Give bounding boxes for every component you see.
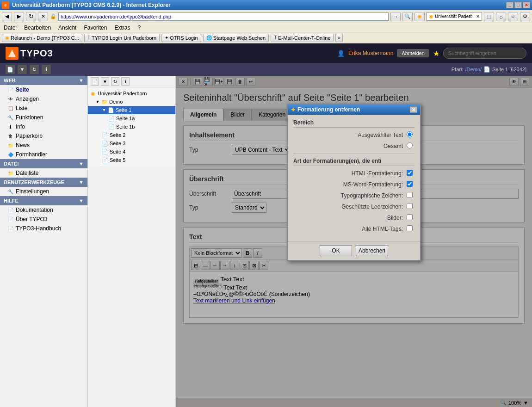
back-btn[interactable]: ◀ xyxy=(2,12,12,21)
window-title: Universität Paderborn [TYPO3 CMS 6.2.9] … xyxy=(12,2,506,8)
title-bar: e Universität Paderborn [TYPO3 CMS 6.2.9… xyxy=(0,0,532,10)
seite1-arrow: ▼ xyxy=(102,108,106,112)
go-btn[interactable]: → xyxy=(390,12,401,21)
bookmark-1[interactable]: T TYPO3 Login Uni Paderborn xyxy=(84,34,160,42)
sidebar-item-liste[interactable]: 📋 Liste xyxy=(0,104,87,113)
tree-item-seite1[interactable]: ▼ 📄 Seite 1 xyxy=(88,106,175,114)
user-area: 👤 Erika Mustermann Abmelden ★ xyxy=(337,48,526,59)
forward-btn[interactable]: ▶ xyxy=(14,12,24,21)
favorites-btn[interactable]: ☆ xyxy=(508,12,518,21)
close-btn[interactable]: ✕ xyxy=(523,2,530,8)
tree-item-demo[interactable]: ▼ 📁 Demo xyxy=(88,98,175,106)
ie-icon: e xyxy=(2,1,9,9)
menu-bearbeiten[interactable]: Bearbeiten xyxy=(22,25,53,31)
checkbox-geschuetzt[interactable] xyxy=(407,203,413,209)
address-bar: ◀ ▶ ↻ ✕ 🔒 → 🔍 ◉ ◉ Universität Paderborn … xyxy=(0,10,532,23)
checkbox-allhtml[interactable] xyxy=(407,225,413,231)
sidebar-item-funktionen[interactable]: 🔧 Funktionen xyxy=(0,113,87,122)
bookmark-2[interactable]: ✦ OTRS Login xyxy=(161,34,201,42)
bookmarks-more[interactable]: » xyxy=(335,34,343,42)
restore-btn[interactable]: □ xyxy=(514,2,522,8)
checkbox-html[interactable] xyxy=(407,170,413,176)
menu-help[interactable]: ? xyxy=(136,25,142,31)
web-section-toggle[interactable]: ▼ xyxy=(79,78,84,83)
dialog-title-bar: ✦ Formatierung entfernen ✕ xyxy=(288,105,420,115)
sidebar-item-anzeigen[interactable]: 👁 Anzeigen xyxy=(0,94,87,104)
typo3-search-input[interactable] xyxy=(443,48,526,59)
stop-btn[interactable]: ✕ xyxy=(38,12,48,21)
search-btn[interactable]: 🔍 xyxy=(402,12,413,21)
menu-favoriten[interactable]: Favoriten xyxy=(82,25,109,31)
sidebar-item-handbuch[interactable]: 📄 TYPO3-Handbuch xyxy=(0,224,87,233)
hilfe-section-toggle[interactable]: ▼ xyxy=(79,198,84,204)
tree-filter-btn[interactable]: ▼ xyxy=(101,77,109,86)
new-page-icon[interactable]: 📄 xyxy=(6,65,15,74)
tree-root[interactable]: ◉ Universität Paderborn xyxy=(88,89,175,98)
menu-datei[interactable]: Datei xyxy=(2,25,19,31)
datei-section-header: DATEI ▼ xyxy=(0,159,87,168)
minimize-btn[interactable]: _ xyxy=(506,2,513,8)
checkbox-bilder[interactable] xyxy=(407,214,413,220)
refresh-icon[interactable]: ↻ xyxy=(30,65,39,74)
tree-refresh-btn[interactable]: ↻ xyxy=(111,77,119,86)
dialog-cancel-btn[interactable]: Abbrechen xyxy=(356,245,388,256)
filter-icon[interactable]: ▼ xyxy=(18,65,27,74)
sidebar-item-einstellungen[interactable]: 🔧 Einstellungen xyxy=(0,187,87,196)
sidebar-item-doku[interactable]: 📄 Dokumentation xyxy=(0,205,87,215)
dialog-typo-label: Typographische Zeichen: xyxy=(295,192,403,199)
address-label: 🔒 xyxy=(50,13,56,19)
anzeigen-icon: 👁 xyxy=(7,96,14,102)
tools-btn[interactable]: ⚙ xyxy=(520,12,530,21)
dialog-geschuetzt-row: Geschützte Leerzeichen: xyxy=(293,203,414,210)
dialog-ausgewaehlt-row: Ausgewählter Text xyxy=(293,131,414,139)
home-btn[interactable]: ⌂ xyxy=(496,12,506,21)
dialog-ok-btn[interactable]: OK xyxy=(320,245,352,256)
typo3-logo-text: TYPO3 xyxy=(20,48,53,59)
rss-btn[interactable]: ◉ xyxy=(414,12,425,21)
sidebar-item-news[interactable]: 📁 News xyxy=(0,141,87,150)
refresh-btn[interactable]: ↻ xyxy=(26,12,36,21)
datei-section-toggle[interactable]: ▼ xyxy=(79,161,84,166)
dialog-close-btn[interactable]: ✕ xyxy=(410,106,417,113)
tree-item-seite2[interactable]: 📄 Seite 2 xyxy=(88,131,175,139)
checkbox-msword[interactable] xyxy=(407,181,413,187)
sidebar-item-papierkorb[interactable]: 🗑 Papierkorb xyxy=(0,131,87,141)
radio-gesamt[interactable] xyxy=(407,142,413,148)
dialog-msword-row: MS-Word-Formatierung: xyxy=(293,181,414,188)
bookmark-0[interactable]: ◉ Relaunch - Demo [TYPO3 C... xyxy=(2,34,82,42)
tree-item-seite1b[interactable]: 📄 Seite 1b xyxy=(88,123,175,131)
tree-item-seite1a[interactable]: 📄 Seite 1a xyxy=(88,114,175,123)
sidebar-item-seite[interactable]: 📄 Seite xyxy=(0,85,87,94)
info-icon[interactable]: ℹ xyxy=(42,65,51,74)
typo3-logo-icon xyxy=(6,47,19,60)
menu-bar: Datei Bearbeiten Ansicht Favoriten Extra… xyxy=(0,23,532,32)
new-tab-btn[interactable]: □ xyxy=(484,12,494,21)
benutzer-section-toggle[interactable]: ▼ xyxy=(79,179,84,185)
checkbox-typo[interactable] xyxy=(407,192,413,198)
tab-close[interactable]: ✕ xyxy=(476,14,480,19)
menu-extras[interactable]: Extras xyxy=(112,25,132,31)
uni-icon: ◉ xyxy=(90,90,96,97)
sidebar-item-info[interactable]: ℹ Info xyxy=(0,122,87,131)
bookmark-star[interactable]: ★ xyxy=(433,49,439,58)
tree-area: ◉ Universität Paderborn ▼ 📁 Demo ▼ 📄 Sei… xyxy=(88,87,175,166)
bookmark-4[interactable]: T E-Mail-Center-T-Online xyxy=(271,34,334,42)
seite4-icon: 📄 xyxy=(102,148,108,155)
demo-folder-icon: 📁 xyxy=(101,99,108,105)
logout-button[interactable]: Abmelden xyxy=(397,49,429,57)
bookmark-3[interactable]: 🌐 Startpage Web Suchen xyxy=(203,34,269,42)
path-page: Seite 1 [62042] xyxy=(492,67,526,72)
tree-item-seite5[interactable]: 📄 Seite 5 xyxy=(88,156,175,164)
sidebar-item-formhandler[interactable]: 🔷 Formhandler xyxy=(0,150,87,159)
radio-ausgewaehlt[interactable] xyxy=(407,131,413,137)
address-input[interactable] xyxy=(58,12,389,21)
tree-new-btn[interactable]: 📄 xyxy=(91,77,99,86)
menu-ansicht[interactable]: Ansicht xyxy=(56,25,78,31)
ueber-icon: 📄 xyxy=(7,216,14,222)
path-area: Pfad: /Demo/ 📄 Seite 1 [62042] xyxy=(452,66,526,73)
tree-item-seite4[interactable]: 📄 Seite 4 xyxy=(88,148,175,156)
sidebar-item-ueber[interactable]: 📄 Über TYPO3 xyxy=(0,215,87,224)
sidebar-item-dateiliste[interactable]: 📁 Dateiliste xyxy=(0,168,87,178)
tree-info-btn[interactable]: ℹ xyxy=(121,77,130,86)
tree-item-seite3[interactable]: 📄 Seite 3 xyxy=(88,139,175,148)
